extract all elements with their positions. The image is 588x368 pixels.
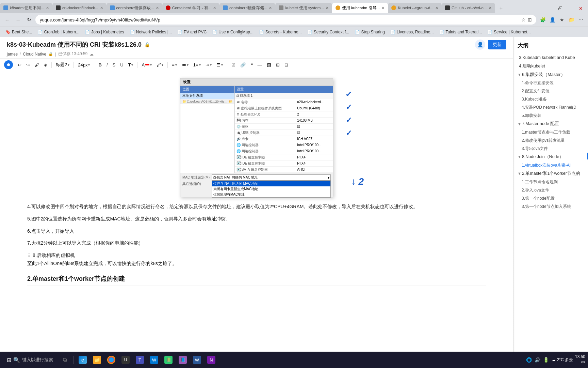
new-tab-button[interactable]: + [496,3,506,13]
italic-button[interactable]: I [104,60,110,69]
taskbar-search-text[interactable]: 键入以进行搜索 [22,357,53,363]
outline-item-7-1[interactable]: 1.master节点参与工作负载 [518,128,584,136]
browse-icon[interactable]: 📂 [229,100,232,103]
paint-format-button[interactable]: 🖌 [33,60,41,69]
outline-item-6-1[interactable]: 1.命令行直接安装 [518,79,584,87]
tab-2[interactable]: cri-dockerd/libdock... ✕ [52,3,106,13]
outline-item-2m-2[interactable]: 2.导入.ova文件 [518,186,584,194]
link-button[interactable]: 🔗 [238,60,248,69]
outline-item-7-2[interactable]: 2.修改使用ipvs转发流量 [518,136,584,144]
format-circle-btn[interactable] [4,60,13,69]
list-style-dropdown[interactable]: ☰ ▾ [214,60,225,69]
bookmark-liveness[interactable]: 📄 Liveness, Readine... [388,29,437,35]
outline-item-6-5[interactable]: 5.卸载安装 [518,111,584,120]
refresh-btn[interactable]: ↻ [24,15,33,24]
table-button[interactable]: ⊞ [274,60,282,69]
tab-8-close[interactable]: ✕ [435,6,438,10]
tab-1-close[interactable]: ✕ [46,6,49,10]
outline-item-6-3[interactable]: 3.Kubectl准备 [518,95,584,103]
bookmark-cronjob[interactable]: 📄 CronJob | Kubern... [35,29,82,35]
outline-collapse-7[interactable]: ▼ [518,122,521,126]
search-icon[interactable]: 🔍 [13,357,20,363]
outline-item-6[interactable]: 6.集群安装（Master） [522,71,567,79]
bookmark-configmap[interactable]: 📄 Use a ConfigMap... [209,29,256,35]
doc-content[interactable]: 设置 位置 本地文件系统 📁 C:\software\OS I91\u20-k8… [0,71,513,368]
tab-1[interactable]: k8sadm 使用不同... ✕ [0,3,52,13]
minimize-btn[interactable]: — [566,4,575,13]
outline-item-2m-1[interactable]: 1.工作节点命名规则 [518,178,584,186]
extensions-icon[interactable]: 🧩 [538,15,547,24]
clear-format-button[interactable]: ◈ [42,60,49,69]
image-button[interactable]: 🖼 [265,60,273,69]
drag-handle[interactable]: ⠿ [27,253,31,258]
user-icon-button[interactable]: 👤 [475,40,485,50]
breadcrumb-user[interactable]: james [7,52,18,57]
tray-network-icon[interactable]: 🌐 [525,356,533,363]
highlight-color-dropdown[interactable]: 🖊 ▾ [154,60,165,69]
tab-5[interactable]: containerd镜像存储... ✕ [219,3,275,13]
tab-6[interactable]: kubelet 使用 system... ✕ [275,3,332,13]
breadcrumb-section[interactable]: Cloud Native [23,52,46,57]
tab-7-close[interactable]: ✕ [381,6,385,10]
tab-5-close[interactable]: ✕ [269,6,272,10]
redo-button[interactable]: ↪ [24,60,32,69]
address-box[interactable]: yuque.com/james-4i3qi/fngg7v/mpx9ytvh40i… [35,15,536,25]
bookmark-service[interactable]: 📄 Service | Kubernet... [485,29,534,35]
more-text-format-dropdown[interactable]: T ▾ [126,60,135,69]
update-button[interactable]: 更新 [488,40,506,49]
font-color-dropdown[interactable]: A ▾ [140,60,154,69]
read-mode-icon[interactable]: ⊞ [528,17,532,22]
align-dropdown[interactable]: ≡ ▾ [170,60,179,69]
bullet-list-dropdown[interactable]: ≔ ▾ [180,60,191,69]
tray-battery-icon[interactable]: 🔋 [542,356,550,363]
more-icon[interactable]: ⋯ [576,15,585,24]
outline-collapse-8[interactable]: ▼ [518,155,521,159]
restore-down-btn[interactable]: 🗗 [556,4,565,13]
bold-button[interactable]: B [96,60,103,69]
bookmark-secrets[interactable]: 📄 Secrets - Kuberne... [256,29,305,35]
numbered-list-dropdown[interactable]: 1≡ ▾ [191,60,203,69]
divider-button[interactable]: — [256,60,264,69]
outline-collapse-6[interactable]: ▼ [518,73,521,77]
tray-sound-icon[interactable]: 🔊 [534,356,541,363]
tab-6-close[interactable]: ✕ [326,6,329,10]
bookmark-security[interactable]: 📄 Security Context f... [305,29,352,35]
tab-9-close[interactable]: ✕ [489,6,492,10]
taskbar-explorer[interactable]: 📁 [90,353,104,367]
taskbar-chrome[interactable]: 🌐 [104,353,118,367]
bookmark-beatsheet[interactable]: 🔖 Beat She... [3,29,35,35]
tab-3[interactable]: containerd镜像存放... ✕ [107,3,162,13]
lock-icon[interactable]: 🔒 [144,42,150,47]
outline-item-2m-3[interactable]: 3.第一个node配置 [518,194,584,202]
taskbar-app1[interactable]: W [147,353,161,367]
taskbar-unity[interactable]: U [119,353,132,367]
outline-item-2m-4[interactable]: 3.第一个node节点加入系统 [518,202,584,211]
indent-dropdown[interactable]: ⇥ ▾ [203,60,214,69]
quote-button[interactable]: ❝ [248,60,255,69]
outline-item-8[interactable]: 8.Node Join（Node） [522,153,565,161]
vm-mac-option-2[interactable]: 为所有网卡重新生成MAC地址 [212,186,330,192]
tab-7[interactable]: 使用 kubeadm 引导... ✕ [332,3,388,13]
favorites-icon[interactable]: ★ [557,15,566,24]
outline-item-4[interactable]: 4.启动kubelet [518,62,584,71]
taskbar-onenote[interactable]: N [205,353,218,367]
bookmark-stop-sharing[interactable]: 📄 Stop Sharing [352,29,387,35]
outline-item-6-2[interactable]: 2.配置文件安装 [518,87,584,95]
outline-item-8-1[interactable]: 1.virtualbox安装ova步骤-All [518,161,584,169]
strikethrough-button[interactable]: S [110,60,117,69]
close-btn[interactable]: ✕ [576,4,585,13]
outline-item-7-3[interactable]: 3.导出ova文件 [518,144,584,153]
vm-mac-option-3[interactable]: 仅保留现有MAC地址 [212,192,330,197]
bookmark-jobs[interactable]: 📄 Jobs | Kubernetes [82,29,127,35]
windows-icon[interactable]: ⊞ [7,357,11,363]
taskbar-app2[interactable]: 📗 [162,353,175,367]
star-icon[interactable]: ☆ [521,17,526,22]
tab-8[interactable]: Kubelet --cgroup-d... ✕ [388,3,442,13]
taskbar-edge[interactable]: e [76,353,89,367]
taskbar-teams[interactable]: T [133,353,147,367]
tab-2-close[interactable]: ✕ [100,6,103,10]
tab-9[interactable]: GitHub - cri-o/cri-o... ✕ [442,3,495,13]
vm-left-item-fs[interactable]: 本地文件系统 [180,93,234,99]
taskbar-app3[interactable]: 📘 [176,353,190,367]
bookmark-network[interactable]: 📄 Network Policies |... [127,29,175,35]
